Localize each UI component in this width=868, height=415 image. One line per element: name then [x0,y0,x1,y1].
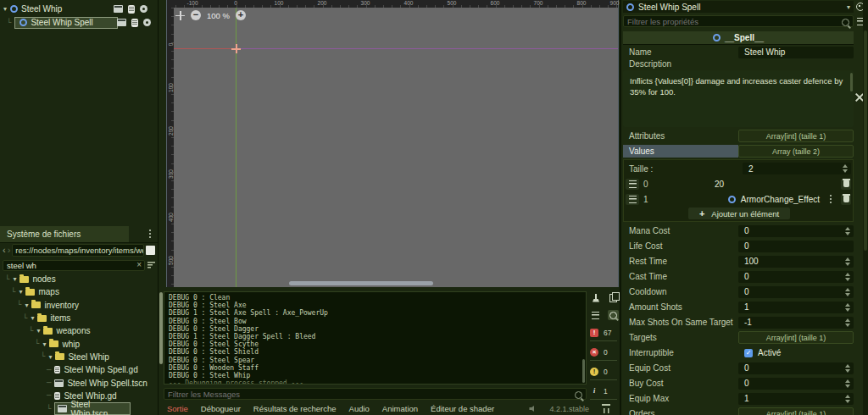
visibility-eye-icon[interactable] [143,19,151,26]
tree-item-folder[interactable]: └▾weapons [0,324,158,337]
number-field[interactable]: 1 [738,393,854,405]
scene-instance-icon[interactable] [117,19,126,26]
search-toggle-button[interactable] [608,310,619,320]
zoom-out-button[interactable]: − [191,10,201,20]
scene-instance-icon[interactable] [114,5,123,13]
ruler-corner [167,0,174,8]
number-field[interactable]: 1 [738,302,854,313]
tree-item-folder[interactable]: └▾inventory [0,299,158,312]
number-field[interactable]: 0 [738,225,854,237]
scene-node-root[interactable]: ▾ Steel Whip [3,3,154,15]
tab-search-results[interactable]: Résultats de recherche [253,404,337,413]
tree-item-folder[interactable]: └▾items [0,312,158,324]
spinner-arrows[interactable] [845,318,850,327]
element-menu-icon[interactable] [830,198,832,200]
spinner-arrows[interactable] [845,227,850,235]
tree-item-folder[interactable]: └▾whip [0,337,158,350]
clear-search-icon[interactable]: × [136,261,142,269]
filter-info[interactable]: i 1 [590,385,617,400]
tree-item-folder[interactable]: └▾maps [0,285,158,298]
spinner-arrows[interactable] [845,379,850,388]
script-icon[interactable] [128,5,135,14]
description-field[interactable]: Inflicts {Values[0]} damage and increase… [623,70,854,127]
script-icon[interactable] [131,19,138,27]
chevron-down-icon[interactable]: ▾ [3,5,7,13]
collapse-duplicates-button[interactable] [590,310,601,320]
category-header[interactable]: __Spell__ [623,31,854,45]
tab-debugger[interactable]: Débogueur [201,404,241,413]
tree-item-file-selected[interactable]: └ Steel Whip.tscn [0,402,158,415]
scene-node-child[interactable]: └ Steel Whip Spell [7,16,158,29]
mute-speaker-icon[interactable] [529,406,537,412]
add-element-button[interactable]: + Ajouter un élément [688,208,790,219]
spinner-arrows[interactable] [845,303,850,312]
number-field[interactable]: 100 [738,256,854,268]
dock-menu-icon[interactable] [149,233,151,235]
tree-item-folder[interactable]: └▾nodes [0,273,158,285]
number-field[interactable]: -1 [738,317,854,329]
tree-item-file[interactable]: ─Steel Whip Spell.gd [0,363,158,376]
horizontal-scrollbar[interactable] [289,281,433,285]
property-filter-input[interactable] [623,15,854,27]
filesystem-search-input[interactable] [3,260,145,271]
values-array-button[interactable]: Array (taille 2) [738,145,854,158]
zoom-in-button[interactable]: + [236,10,246,20]
back-arrow-icon[interactable]: ‹ [3,246,6,255]
tree-item-folder[interactable]: └▾Steel Whip [0,351,158,363]
zoom-level[interactable]: 100 % [207,11,230,20]
path-field[interactable]: res://nodes/maps/inventory/items/wea [12,244,144,257]
filter-standard-messages[interactable]: ! 67 [590,327,617,341]
orders-array-button[interactable]: Array[int] (taille 1) [738,407,854,415]
update-spinner-icon[interactable] [602,404,610,413]
delete-element-button[interactable] [841,179,851,190]
number-field[interactable]: 0 [738,362,854,374]
filesystem-tab[interactable]: Système de fichiers [0,226,129,242]
spinner-arrows[interactable] [843,164,848,173]
forward-arrow-icon[interactable]: › [8,246,11,255]
inspector-scrollbar[interactable] [863,0,868,415]
spinner-arrows[interactable] [845,288,850,296]
targets-array-button[interactable]: Array[int] (taille 1) [738,331,854,344]
sort-icon[interactable] [147,262,155,268]
output-log[interactable]: DEBUG 0 : Clean DEBUG 0 : Steel Axe DEBU… [164,291,587,385]
pan-icon[interactable] [175,11,185,20]
drag-handle[interactable] [626,179,639,190]
spinner-arrows[interactable] [845,273,850,281]
number-field[interactable]: 0 [738,378,854,390]
array-size-field[interactable]: 2 [743,163,851,174]
tree-item-file[interactable]: ─Steel Whip Spell.tscn [0,376,158,389]
delete-element-button[interactable] [841,194,851,205]
array-item-value-field[interactable]: ArmorChange_Effect [659,195,837,204]
number-field[interactable]: 0 [738,241,854,252]
array-item-value-field[interactable]: 20 [659,180,837,189]
viewport-2d[interactable]: -100 0 100 200 300 400 500 600 700 800 9… [166,0,619,287]
filter-errors[interactable]: × 0 [590,346,617,361]
message-filter-input[interactable] [164,388,587,400]
attributes-array-button[interactable]: Array[int] (taille 1) [738,130,854,142]
tab-shader-editor[interactable]: Éditeur de shader [431,404,494,413]
tab-output[interactable]: Sortie [167,404,188,413]
spinner-arrows[interactable] [845,257,850,266]
copy-output-button[interactable] [608,293,619,303]
chevron-down-icon[interactable]: ▾ [847,3,850,11]
panel-scrollbar[interactable] [159,292,163,364]
spinner-arrows[interactable] [845,364,850,373]
drag-handle[interactable] [626,194,639,205]
visibility-eye-icon[interactable] [140,5,147,13]
selected-scene-node[interactable]: Steel Whip Spell [14,17,118,29]
values-label-selected[interactable]: Values [623,145,738,158]
name-field[interactable]: Steel Whip [738,47,854,58]
number-field[interactable]: 0 [738,271,854,283]
clear-output-button[interactable] [590,293,601,303]
split-mode-icon[interactable] [146,246,155,255]
interruptible-checkbox[interactable]: ✓ [744,349,753,357]
tab-audio[interactable]: Audio [349,404,370,413]
tab-animation[interactable]: Animation [382,404,418,413]
spinner-arrows[interactable] [845,395,850,403]
number-field[interactable]: 0 [738,286,854,298]
search-icon [609,312,617,319]
output-scrollbar[interactable] [582,359,585,383]
inspector-node-header[interactable]: Steel Whip Spell ▾ [623,1,854,13]
filter-warnings[interactable]: ! 0 [590,366,617,380]
description-scrollbar[interactable] [850,73,853,91]
